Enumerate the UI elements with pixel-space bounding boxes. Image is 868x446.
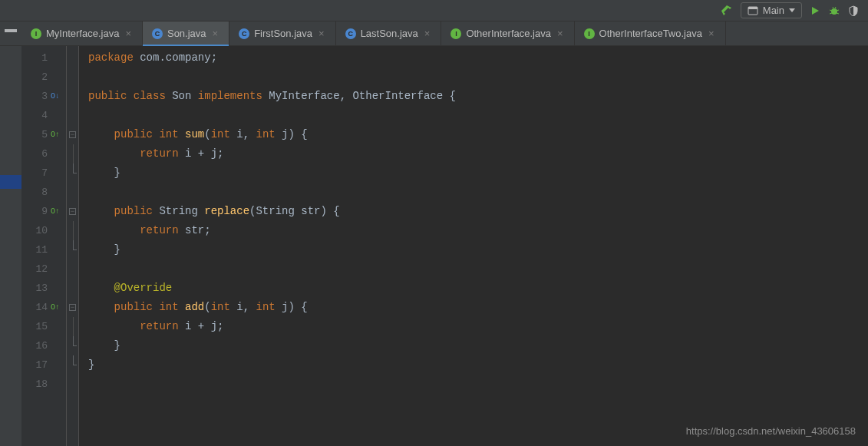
fold-cell: − (67, 298, 78, 317)
editor-area: 123O↓45O↑6789O↑1011121314O↑15161718 −−− … (21, 46, 868, 446)
close-icon[interactable]: × (211, 28, 220, 39)
tab-label: OtherInterface.java (466, 28, 551, 39)
code-line[interactable]: public int sum(int i, int j) { (88, 125, 868, 144)
code-line[interactable]: @Override (88, 279, 868, 298)
fold-toggle-icon[interactable]: − (69, 131, 76, 138)
tab-otherinterface[interactable]: IOtherInterface.java× (441, 21, 574, 45)
code-line[interactable]: } (88, 336, 868, 355)
fold-cell (67, 183, 78, 202)
code-line[interactable]: public class Son implements MyInterface,… (88, 87, 868, 106)
implements-marker-icon[interactable]: O↑ (51, 207, 60, 216)
gutter-line: 4 (21, 106, 66, 125)
interface-icon: I (451, 28, 461, 39)
code-line[interactable]: public int add(int i, int j) { (88, 298, 868, 317)
fold-end-icon (69, 342, 76, 349)
code-line[interactable]: return i + j; (88, 144, 868, 164)
code-line[interactable] (88, 183, 868, 202)
editor-tabs: IMyInterface.java×CSon.java×CFirstSon.ja… (0, 21, 868, 46)
close-icon[interactable]: × (556, 28, 565, 39)
fold-cell (67, 240, 78, 259)
gutter-line: 7 (21, 164, 66, 183)
fold-cell (67, 106, 78, 125)
line-number: 3 (41, 91, 48, 102)
code-line[interactable] (88, 259, 868, 279)
run-config-selector[interactable]: Main (741, 2, 802, 18)
line-number: 17 (35, 359, 48, 371)
svg-line-8 (835, 7, 836, 8)
line-number: 5 (41, 129, 48, 140)
code-line[interactable]: } (88, 240, 868, 259)
code-line[interactable]: } (88, 355, 868, 375)
code-line[interactable] (88, 106, 868, 125)
fold-cell (67, 144, 78, 164)
fold-cell: − (67, 202, 78, 221)
tab-label: FirstSon.java (254, 28, 312, 39)
line-number: 1 (41, 52, 48, 64)
line-number: 9 (41, 206, 48, 217)
tab-firstson[interactable]: CFirstSon.java× (229, 21, 335, 45)
tab-label: LastSon.java (361, 28, 418, 39)
fold-cell (67, 87, 78, 106)
tab-son[interactable]: CSon.java× (143, 21, 229, 45)
fold-cell (67, 68, 78, 87)
gutter-line: 13 (21, 279, 66, 298)
code-line[interactable]: public String replace(String str) { (88, 202, 868, 221)
code-line[interactable]: return i + j; (88, 317, 868, 336)
gutter-line: 6 (21, 144, 66, 164)
line-number: 15 (35, 321, 48, 332)
code-line[interactable]: } (88, 164, 868, 183)
line-number: 10 (35, 225, 48, 236)
code-line[interactable] (88, 375, 868, 394)
fold-cell (67, 355, 78, 375)
line-number: 8 (41, 187, 48, 198)
gutter-line: 3O↓ (21, 87, 66, 106)
svg-line-7 (833, 7, 833, 8)
gutter-line: 16 (21, 336, 66, 355)
chevron-down-icon (789, 8, 795, 12)
close-icon[interactable]: × (707, 28, 716, 39)
build-icon[interactable] (721, 5, 733, 17)
tool-window-handle[interactable] (5, 29, 17, 32)
code-line[interactable] (88, 68, 868, 87)
fold-toggle-icon[interactable]: − (69, 304, 76, 311)
fold-cell (67, 221, 78, 240)
fold-toggle-icon[interactable]: − (69, 208, 76, 215)
tab-label: OtherInterfaceTwo.java (599, 28, 702, 39)
fold-gutter: −−− (67, 46, 79, 446)
run-icon[interactable] (810, 5, 820, 16)
tab-label: Son.java (167, 28, 206, 39)
svg-point-2 (831, 8, 837, 15)
gutter-line: 1 (21, 48, 66, 68)
interface-icon: I (31, 28, 41, 39)
line-number: 14 (35, 302, 48, 313)
code-line[interactable]: package com.company; (88, 48, 868, 68)
close-icon[interactable]: × (423, 28, 432, 39)
line-number: 6 (41, 148, 48, 160)
fold-cell (67, 336, 78, 355)
close-icon[interactable]: × (317, 28, 326, 39)
line-number-gutter: 123O↓45O↑6789O↑1011121314O↑15161718 (21, 46, 67, 446)
fold-cell (67, 375, 78, 394)
close-icon[interactable]: × (124, 28, 133, 39)
gutter-line: 18 (21, 375, 66, 394)
tab-myinterface[interactable]: IMyInterface.java× (21, 21, 143, 45)
tab-otherinterfacetwo[interactable]: IOtherInterfaceTwo.java× (575, 21, 726, 45)
class-icon: C (152, 28, 163, 39)
left-stripe-marker[interactable] (0, 175, 21, 189)
code-line[interactable]: return str; (88, 221, 868, 240)
gutter-line: 5O↑ (21, 125, 66, 144)
fold-cell (67, 317, 78, 336)
debug-icon[interactable] (828, 5, 840, 17)
implements-marker-icon[interactable]: O↑ (51, 303, 60, 312)
override-marker-icon[interactable]: O↓ (51, 92, 60, 101)
code-content[interactable]: package com.company; public class Son im… (79, 46, 868, 446)
svg-line-5 (830, 13, 832, 14)
coverage-icon[interactable] (848, 5, 859, 16)
tab-lastson[interactable]: CLastSon.java× (336, 21, 442, 45)
gutter-line: 9O↑ (21, 202, 66, 221)
line-number: 7 (41, 167, 48, 179)
fold-cell: − (67, 125, 78, 144)
implements-marker-icon[interactable]: O↑ (51, 130, 60, 139)
fold-end-icon (69, 246, 76, 253)
line-number: 18 (35, 378, 48, 390)
